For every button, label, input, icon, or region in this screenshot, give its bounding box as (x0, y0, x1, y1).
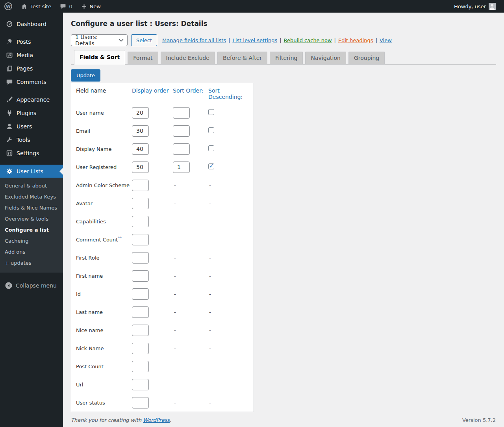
table-row: First Role-- (71, 249, 254, 267)
link-manage-fields-for-all-lists[interactable]: Manage fields for all lists (162, 37, 226, 43)
wordpress-link[interactable]: WordPress (143, 417, 170, 423)
select-button[interactable]: Select (131, 34, 157, 46)
field-name-cell: Nick Name (76, 345, 132, 351)
display-order-input[interactable] (132, 198, 149, 209)
link-list-level-settings[interactable]: List level settings (232, 37, 277, 43)
sort-order-cell: - (173, 345, 208, 351)
display-order-input[interactable] (132, 252, 149, 264)
sidebar-item-dashboard[interactable]: Dashboard (0, 17, 63, 31)
sort-descending-header[interactable]: Sort Descending: (208, 87, 254, 100)
display-order-input[interactable] (132, 234, 149, 245)
sidebar-item-tools[interactable]: Tools (0, 133, 63, 147)
sort-descending-checkbox[interactable] (208, 109, 214, 115)
submenu-item-add-ons[interactable]: Add ons (0, 247, 63, 258)
tab-before-after[interactable]: Before & After (217, 52, 267, 64)
sidebar-item-label: Dashboard (17, 17, 46, 31)
display-order-input[interactable] (132, 162, 149, 173)
display-order-header[interactable]: Display order (132, 87, 173, 100)
tab-include-exclude[interactable]: Include Exclude (161, 52, 215, 64)
display-order-input[interactable] (132, 306, 149, 318)
site-name-link[interactable]: Test site (17, 0, 56, 13)
submenu-item-updates[interactable]: + updates (0, 258, 63, 269)
account-menu[interactable]: Howdy, user (450, 0, 500, 13)
submenu-item-cacheing[interactable]: Cacheing (0, 236, 63, 247)
sort-descending-checkbox[interactable] (208, 127, 214, 133)
submenu-item-configure-a-list[interactable]: Configure a list (0, 225, 63, 236)
display-order-input[interactable] (132, 143, 149, 155)
tab-format[interactable]: Format (128, 52, 158, 64)
field-name-cell: User status (76, 400, 132, 406)
new-content-menu[interactable]: New (77, 0, 105, 13)
fields-table-header: Field name Display order Sort Order: Sor… (71, 83, 254, 104)
table-row: User status-- (71, 394, 254, 412)
sort-order-input[interactable] (173, 125, 190, 137)
display-order-cell (132, 361, 173, 372)
wordpress-logo-menu[interactable]: W (0, 0, 17, 13)
no-descending-dash: - (209, 327, 211, 333)
sort-order-header[interactable]: Sort Order: (173, 87, 208, 100)
sidebar-item-pages[interactable]: Pages (0, 62, 63, 75)
sidebar-item-settings[interactable]: Settings (0, 147, 63, 160)
sidebar-item-appearance[interactable]: Appearance (0, 93, 63, 106)
sort-descending-checkbox[interactable] (208, 163, 214, 169)
settings-icon (6, 150, 13, 157)
display-order-input[interactable] (132, 343, 149, 354)
tab-fields-sort[interactable]: Fields & Sort (74, 50, 125, 65)
field-name-label: Display Name (76, 146, 111, 152)
sort-descending-cell (208, 109, 254, 116)
field-note: ** (118, 236, 122, 240)
display-order-input[interactable] (132, 125, 149, 137)
submenu-item-general-about[interactable]: General & about (0, 180, 63, 191)
sidebar-item-posts[interactable]: Posts (0, 35, 63, 48)
fields-table: Field name Display order Sort Order: Sor… (71, 83, 254, 412)
sort-order-input[interactable] (173, 143, 190, 155)
submenu-item-fields-nice-names[interactable]: Fields & Nice Names (0, 202, 63, 214)
link-edit-headings[interactable]: Edit headings (338, 37, 373, 43)
sort-order-input[interactable] (173, 107, 190, 119)
display-order-input[interactable] (132, 379, 149, 390)
sidebar-item-comments[interactable]: Comments (0, 75, 63, 89)
field-name-label: Avatar (76, 201, 93, 206)
no-sort-dash: - (174, 273, 176, 279)
no-sort-dash: - (174, 255, 176, 261)
display-order-input[interactable] (132, 325, 149, 336)
tab-navigation[interactable]: Navigation (305, 52, 346, 64)
avatar (489, 3, 496, 10)
update-button[interactable]: Update (71, 69, 100, 82)
sidebar-item-users[interactable]: Users (0, 120, 63, 133)
table-row: Avatar-- (71, 194, 254, 212)
howdy-label: Howdy, user (454, 4, 486, 9)
footer-thanks-prefix: Thank you for creating with (71, 417, 143, 423)
display-order-input[interactable] (132, 180, 149, 191)
display-order-input[interactable] (132, 216, 149, 227)
field-name-cell: Admin Color Scheme (76, 182, 132, 188)
display-order-input[interactable] (132, 270, 149, 282)
menu-separator (0, 31, 63, 35)
submenu-item-overview-tools[interactable]: Overview & tools (0, 214, 63, 225)
comments-admin-bar[interactable]: 0 (56, 0, 76, 13)
sidebar-item-user-lists[interactable]: User Lists (0, 165, 63, 178)
link-view[interactable]: View (380, 37, 392, 43)
display-order-cell (132, 162, 173, 173)
display-order-input[interactable] (132, 361, 149, 372)
tab-grouping[interactable]: Grouping (348, 52, 385, 64)
display-order-input[interactable] (132, 288, 149, 300)
table-row: Comment Count**-- (71, 230, 254, 249)
link-rebuild-cache-now[interactable]: Rebuild cache now (284, 37, 332, 43)
display-order-input[interactable] (132, 397, 149, 408)
display-order-input[interactable] (132, 107, 149, 119)
display-order-cell (132, 288, 173, 300)
sort-descending-checkbox[interactable] (208, 145, 214, 151)
sidebar-item-plugins[interactable]: Plugins (0, 106, 63, 120)
footer: Thank you for creating with WordPress. V… (71, 417, 496, 423)
sidebar-item-media[interactable]: Media (0, 48, 63, 62)
sort-order-input[interactable] (173, 162, 190, 173)
submenu-item-excluded-meta-keys[interactable]: Excluded Meta Keys (0, 191, 63, 202)
sort-order-cell: - (173, 382, 208, 388)
chevron-down-icon (119, 39, 124, 42)
collapse-menu-button[interactable]: Collapse menu (0, 279, 63, 292)
list-select[interactable]: 1 Users: Details (71, 34, 128, 46)
field-name-label: Admin Color Scheme (76, 182, 130, 188)
sidebar-item-label: Media (17, 48, 33, 62)
tab-filtering[interactable]: Filtering (270, 52, 303, 64)
